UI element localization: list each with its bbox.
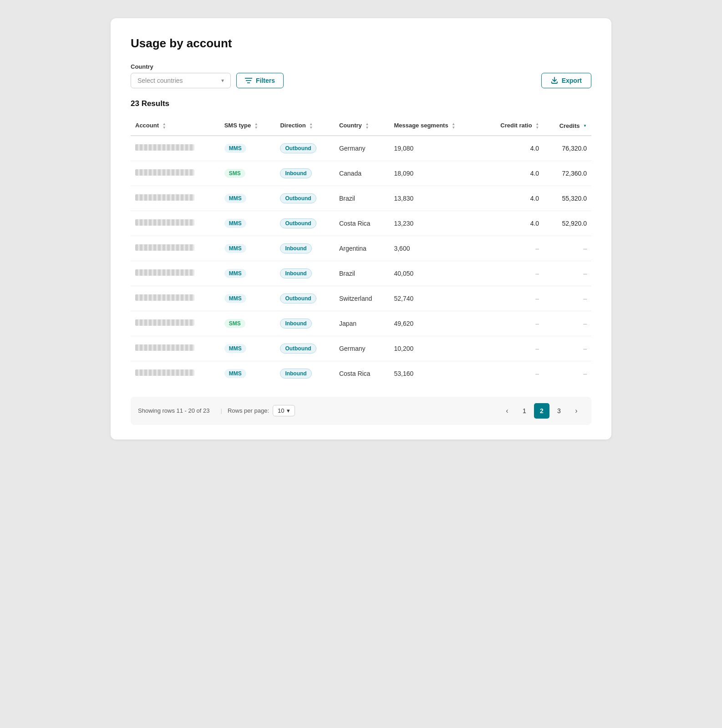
message-segments-cell: 18,090 <box>389 161 481 186</box>
account-value <box>135 344 194 351</box>
results-count: 23 Results <box>131 99 591 108</box>
message-segments-cell: 49,620 <box>389 311 481 336</box>
sort-icon-message-segments: ▲▼ <box>452 122 455 130</box>
credit-ratio-cell: – <box>481 336 544 361</box>
page-title: Usage by account <box>131 36 591 51</box>
table-row: MMSOutboundCosta Rica13,2304.052,920.0 <box>131 211 591 236</box>
credits-dash: – <box>583 295 587 302</box>
direction-badge: Outbound <box>280 143 316 153</box>
filters-row: Country Select countries ▾ Filters Expor… <box>131 63 591 88</box>
credits-cell: – <box>544 261 591 286</box>
next-page-button[interactable]: › <box>569 403 584 419</box>
table-row: MMSOutboundBrazil13,8304.055,320.0 <box>131 186 591 211</box>
col-account[interactable]: Account ▲▼ <box>131 117 220 136</box>
sms-type-cell: SMS <box>220 161 276 186</box>
direction-badge: Inbound <box>280 369 311 379</box>
account-cell <box>131 236 220 261</box>
account-value <box>135 369 194 376</box>
page-navigation: ‹ 1 2 3 › <box>499 403 584 419</box>
col-credits[interactable]: Credits ▼ <box>544 117 591 136</box>
direction-cell: Inbound <box>275 161 335 186</box>
filter-icon <box>245 77 252 84</box>
sort-icon-credits: ▼ <box>583 124 587 128</box>
table-row: MMSInboundCosta Rica53,160–– <box>131 361 591 386</box>
account-cell <box>131 136 220 161</box>
credit-ratio-dash: – <box>535 345 539 352</box>
message-segments-cell: 19,080 <box>389 136 481 161</box>
sms-type-badge: MMS <box>224 269 246 278</box>
col-credit-ratio[interactable]: Credit ratio ▲▼ <box>481 117 544 136</box>
account-cell <box>131 311 220 336</box>
export-button-label: Export <box>562 77 582 84</box>
direction-cell: Inbound <box>275 361 335 386</box>
sms-type-cell: MMS <box>220 136 276 161</box>
credit-ratio-cell: – <box>481 361 544 386</box>
credit-ratio-dash: – <box>535 370 539 377</box>
country-cell: Costa Rica <box>335 361 390 386</box>
table-row: MMSOutboundGermany10,200–– <box>131 336 591 361</box>
sms-type-cell: MMS <box>220 186 276 211</box>
credits-cell: – <box>544 311 591 336</box>
account-value <box>135 269 194 276</box>
credit-ratio-dash: – <box>535 320 539 327</box>
country-label: Country <box>131 63 231 70</box>
rows-per-page-label: Rows per page: <box>228 407 269 414</box>
credit-ratio-cell: 4.0 <box>481 136 544 161</box>
sms-type-badge: SMS <box>224 169 245 178</box>
direction-badge: Outbound <box>280 293 316 303</box>
country-cell: Switzerland <box>335 286 390 311</box>
table-header: Account ▲▼ SMS type ▲▼ Direction ▲▼ Coun… <box>131 117 591 136</box>
table-row: SMSInboundJapan49,620–– <box>131 311 591 336</box>
country-cell: Brazil <box>335 186 390 211</box>
sms-type-badge: MMS <box>224 294 246 303</box>
sms-type-badge: MMS <box>224 344 246 353</box>
country-cell: Brazil <box>335 261 390 286</box>
country-filter-group: Country Select countries ▾ <box>131 63 231 88</box>
direction-cell: Outbound <box>275 211 335 236</box>
main-card: Usage by account Country Select countrie… <box>111 18 611 440</box>
sms-type-badge: SMS <box>224 319 245 328</box>
message-segments-cell: 10,200 <box>389 336 481 361</box>
direction-badge: Inbound <box>280 168 311 178</box>
sort-icon-direction: ▲▼ <box>309 122 313 130</box>
country-cell: Costa Rica <box>335 211 390 236</box>
col-country[interactable]: Country ▲▼ <box>335 117 390 136</box>
col-sms-type[interactable]: SMS type ▲▼ <box>220 117 276 136</box>
chevron-down-icon-rows: ▾ <box>287 407 290 414</box>
export-button[interactable]: Export <box>541 73 591 88</box>
message-segments-cell: 3,600 <box>389 236 481 261</box>
credits-dash: – <box>583 270 587 277</box>
country-cell: Canada <box>335 161 390 186</box>
credits-cell: – <box>544 336 591 361</box>
prev-page-button[interactable]: ‹ <box>499 403 515 419</box>
country-select[interactable]: Select countries ▾ <box>131 73 231 88</box>
credit-ratio-cell: – <box>481 261 544 286</box>
account-value <box>135 144 194 151</box>
credits-cell: 72,360.0 <box>544 161 591 186</box>
page-3-button[interactable]: 3 <box>551 403 567 419</box>
direction-badge: Outbound <box>280 193 316 203</box>
sort-icon-sms-type: ▲▼ <box>254 122 258 130</box>
direction-cell: Inbound <box>275 261 335 286</box>
col-direction[interactable]: Direction ▲▼ <box>275 117 335 136</box>
account-value <box>135 169 194 176</box>
message-segments-cell: 13,830 <box>389 186 481 211</box>
direction-cell: Outbound <box>275 136 335 161</box>
account-cell <box>131 211 220 236</box>
credits-cell: – <box>544 361 591 386</box>
credit-ratio-cell: 4.0 <box>481 186 544 211</box>
account-cell <box>131 186 220 211</box>
credits-dash: – <box>583 370 587 377</box>
sms-type-cell: MMS <box>220 336 276 361</box>
col-message-segments[interactable]: Message segments ▲▼ <box>389 117 481 136</box>
direction-badge: Inbound <box>280 318 311 329</box>
rows-per-page-select[interactable]: 10 ▾ <box>273 405 295 416</box>
table-row: MMSOutboundSwitzerland52,740–– <box>131 286 591 311</box>
credit-ratio-dash: – <box>535 295 539 302</box>
filters-button[interactable]: Filters <box>236 73 284 88</box>
filters-button-label: Filters <box>256 77 275 84</box>
page-1-button[interactable]: 1 <box>517 403 532 419</box>
direction-badge: Outbound <box>280 218 316 228</box>
page-2-button[interactable]: 2 <box>534 403 549 419</box>
message-segments-cell: 40,050 <box>389 261 481 286</box>
